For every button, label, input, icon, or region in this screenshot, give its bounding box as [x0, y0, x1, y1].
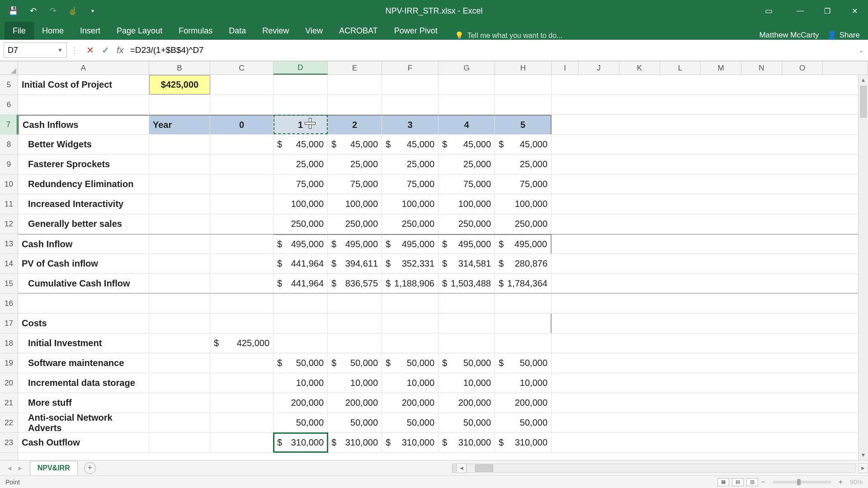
- cash-inflows-label[interactable]: Cash Inflows: [18, 115, 149, 134]
- tab-file[interactable]: File: [5, 22, 34, 40]
- row-header-8[interactable]: 8: [0, 135, 18, 155]
- cell[interactable]: $45,000: [328, 135, 382, 154]
- cell[interactable]: [210, 294, 274, 313]
- pv-F[interactable]: $352,331: [382, 254, 439, 273]
- row-header-7[interactable]: 7: [0, 115, 18, 135]
- cell[interactable]: 250,000: [382, 214, 439, 234]
- row-label[interactable]: Better Widgets: [18, 135, 149, 154]
- cell[interactable]: 10,000: [274, 373, 328, 393]
- cash-outflow-F[interactable]: $310,000: [382, 433, 439, 452]
- cell[interactable]: 10,000: [495, 373, 552, 393]
- tab-view[interactable]: View: [297, 22, 331, 40]
- save-icon[interactable]: 💾: [8, 6, 18, 16]
- cell[interactable]: 25,000: [382, 155, 439, 174]
- cell[interactable]: [495, 333, 552, 353]
- cell[interactable]: [149, 235, 210, 253]
- cell[interactable]: [149, 373, 210, 393]
- cell[interactable]: 10,000: [382, 373, 439, 393]
- cell[interactable]: $50,000: [439, 353, 495, 373]
- year-2[interactable]: 2: [328, 115, 382, 134]
- tab-review[interactable]: Review: [254, 22, 297, 40]
- cell[interactable]: [210, 274, 274, 293]
- cell[interactable]: [149, 393, 210, 413]
- row-header-18[interactable]: 18: [0, 333, 18, 353]
- row-label[interactable]: Software maintenance: [18, 353, 149, 373]
- col-header-K[interactable]: K: [619, 61, 660, 75]
- zoom-in-button[interactable]: +: [839, 478, 843, 486]
- cell[interactable]: [210, 174, 274, 194]
- cell[interactable]: [274, 95, 328, 114]
- cell[interactable]: 25,000: [274, 155, 328, 174]
- cum-E[interactable]: $836,575: [328, 274, 382, 293]
- col-header-N[interactable]: N: [741, 61, 782, 75]
- cell[interactable]: [210, 393, 274, 413]
- cell[interactable]: [495, 294, 552, 313]
- cell[interactable]: 75,000: [439, 174, 495, 194]
- cell[interactable]: [18, 294, 149, 313]
- cell[interactable]: 75,000: [328, 174, 382, 194]
- year-3[interactable]: 3: [382, 115, 439, 134]
- col-header-I[interactable]: I: [552, 61, 579, 75]
- row-header-13[interactable]: 13: [0, 234, 18, 254]
- cell[interactable]: [210, 433, 274, 452]
- cell[interactable]: 75,000: [382, 174, 439, 194]
- cash-inflow-D[interactable]: $495,000: [274, 235, 328, 253]
- cell[interactable]: [149, 314, 210, 333]
- sheet-tab-active[interactable]: NPV&IRR: [30, 461, 78, 475]
- year-4[interactable]: 4: [439, 115, 495, 134]
- cell[interactable]: [495, 75, 552, 94]
- cell[interactable]: [210, 75, 274, 94]
- scroll-thumb[interactable]: [860, 86, 867, 117]
- row-header-19[interactable]: 19: [0, 353, 18, 373]
- pv-G[interactable]: $314,581: [439, 254, 495, 273]
- ribbon-display-options-icon[interactable]: ▭: [755, 0, 782, 22]
- cell[interactable]: 200,000: [328, 393, 382, 413]
- cell[interactable]: 10,000: [439, 373, 495, 393]
- row-header-12[interactable]: 12: [0, 214, 18, 234]
- cash-inflow-G[interactable]: $495,000: [439, 235, 495, 253]
- cell[interactable]: [328, 333, 382, 353]
- tab-data[interactable]: Data: [221, 22, 254, 40]
- cell[interactable]: 250,000: [328, 214, 382, 234]
- col-header-L[interactable]: L: [660, 61, 701, 75]
- cell[interactable]: 100,000: [495, 194, 552, 214]
- cell[interactable]: 250,000: [274, 214, 328, 234]
- cell[interactable]: 100,000: [382, 194, 439, 214]
- tab-insert[interactable]: Insert: [72, 22, 108, 40]
- cell[interactable]: [382, 95, 439, 114]
- cell[interactable]: [328, 314, 382, 333]
- account-name[interactable]: Matthew McCarty: [759, 31, 819, 40]
- cell[interactable]: 50,000: [328, 413, 382, 432]
- cell[interactable]: [210, 413, 274, 432]
- row-label[interactable]: Generally better sales: [18, 214, 149, 234]
- cell[interactable]: [210, 194, 274, 214]
- scroll-left-icon[interactable]: ◄: [457, 463, 467, 473]
- cell[interactable]: [210, 235, 274, 253]
- name-box[interactable]: D7 ▼: [4, 42, 67, 58]
- cell[interactable]: [149, 214, 210, 234]
- row-header-20[interactable]: 20: [0, 373, 18, 393]
- year-label[interactable]: Year: [149, 115, 210, 134]
- cell[interactable]: 50,000: [495, 413, 552, 432]
- cell[interactable]: [439, 95, 495, 114]
- row-label[interactable]: More stuff: [18, 393, 149, 413]
- cell[interactable]: 200,000: [274, 393, 328, 413]
- cell[interactable]: [382, 333, 439, 353]
- cell[interactable]: $50,000: [495, 353, 552, 373]
- cell[interactable]: [149, 174, 210, 194]
- initial-cost-label[interactable]: Initial Cost of Project: [18, 75, 149, 94]
- page-layout-view-icon[interactable]: ▤: [732, 478, 744, 486]
- row-label[interactable]: Redundency Elimination: [18, 174, 149, 194]
- row-header-17[interactable]: 17: [0, 314, 18, 333]
- tell-me-search[interactable]: 💡 Tell me what you want to do...: [455, 31, 563, 40]
- normal-view-icon[interactable]: ▦: [717, 478, 729, 486]
- col-header-F[interactable]: F: [382, 61, 439, 75]
- cell[interactable]: 50,000: [439, 413, 495, 432]
- cell[interactable]: [439, 314, 495, 333]
- cum-F[interactable]: $1,188,906: [382, 274, 439, 293]
- cash-outflow-G[interactable]: $310,000: [439, 433, 495, 452]
- maximize-button[interactable]: ❐: [814, 0, 841, 22]
- cell[interactable]: [382, 314, 439, 333]
- cell[interactable]: 50,000: [274, 413, 328, 432]
- cell[interactable]: [210, 95, 274, 114]
